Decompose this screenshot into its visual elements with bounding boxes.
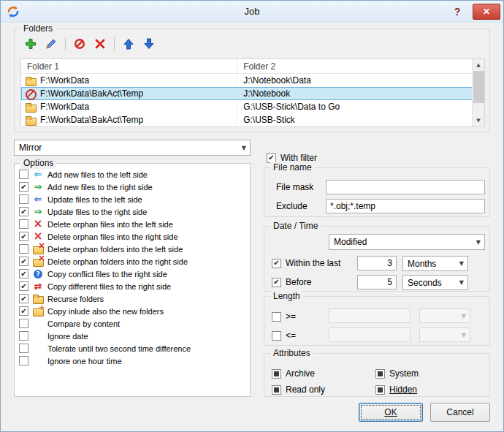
option-row[interactable]: Update files to the left side — [16, 193, 248, 205]
before-checkbox[interactable]: Before — [272, 276, 311, 289]
table-row[interactable]: F:\WorkData G:\USB-Stick\Data to Go — [21, 100, 484, 113]
tri-state-checkbox[interactable] — [272, 369, 281, 379]
option-checkbox[interactable] — [19, 244, 28, 254]
length-le-checkbox[interactable]: <= — [272, 329, 296, 342]
option-checkbox[interactable] — [19, 194, 28, 204]
edit-icon — [45, 38, 57, 50]
cancel-button[interactable]: Cancel — [430, 403, 490, 422]
table-row[interactable]: F:\WorkData\BakAct\Temp G:\USB-Stick — [21, 113, 484, 126]
folder-icon — [25, 75, 37, 86]
option-row[interactable]: Add new files to the left side — [16, 168, 248, 181]
close-icon[interactable]: ✕ — [473, 4, 500, 20]
option-row[interactable]: Copy conflict files to the right side — [16, 268, 248, 280]
before-unit-value: Seconds — [408, 278, 442, 288]
toolbar-separator — [65, 37, 66, 50]
attribute-hidden-checkbox[interactable]: Hidden — [375, 383, 417, 396]
date-type-select[interactable]: Modified — [329, 234, 485, 250]
edit-folder-pair-button[interactable] — [42, 36, 60, 52]
length-ge-value-input[interactable] — [329, 308, 411, 323]
ok-button[interactable]: OK — [359, 403, 423, 422]
option-row[interactable]: Recurse folders — [16, 292, 248, 305]
option-row[interactable]: Ignore one hour time — [16, 355, 248, 367]
option-icon — [32, 318, 44, 329]
option-row[interactable]: Ignore date — [16, 330, 248, 342]
checkbox[interactable] — [272, 312, 281, 322]
table-row[interactable]: F:\WorkData J:\Notebook\Data — [21, 74, 484, 87]
before-unit-select[interactable]: Seconds — [402, 275, 468, 290]
table-header[interactable]: Folder 1 Folder 2 — [21, 59, 484, 74]
option-row[interactable]: Add new files to the right side — [16, 181, 248, 193]
option-checkbox[interactable] — [19, 306, 28, 316]
within-last-label: Within the last — [286, 258, 340, 268]
help-icon[interactable]: ? — [449, 4, 465, 19]
length-le-value-input[interactable] — [329, 327, 411, 342]
option-icon — [32, 206, 44, 217]
delete-folder-pair-button[interactable] — [91, 36, 109, 52]
option-checkbox[interactable] — [19, 319, 28, 328]
checkbox[interactable] — [272, 331, 281, 341]
option-checkbox[interactable] — [19, 232, 28, 241]
scrollbar-thumb[interactable] — [473, 71, 484, 103]
length-ge-checkbox[interactable]: >= — [272, 310, 296, 323]
option-row[interactable]: Update files to the right side — [16, 205, 248, 218]
option-checkbox[interactable] — [19, 344, 28, 353]
column-header-folder2[interactable]: Folder 2 — [237, 59, 472, 73]
vertical-scrollbar[interactable] — [472, 59, 484, 126]
exclude-input[interactable] — [326, 199, 485, 213]
length-ge-unit-select[interactable] — [419, 308, 470, 323]
sync-mode-select[interactable]: Mirror — [14, 140, 251, 156]
tri-state-checkbox[interactable] — [375, 385, 385, 395]
titlebar[interactable]: Job ? ✕ — [1, 1, 503, 23]
option-checkbox[interactable] — [19, 281, 28, 291]
checkbox[interactable] — [272, 278, 281, 287]
option-row[interactable]: Delete orphan files into the right side — [16, 230, 248, 243]
option-checkbox[interactable] — [19, 257, 28, 266]
option-checkbox[interactable] — [19, 207, 28, 216]
option-checkbox[interactable] — [19, 331, 28, 341]
tri-state-checkbox[interactable] — [272, 385, 281, 395]
option-label: Update files to the right side — [47, 208, 147, 216]
scroll-up-icon[interactable] — [473, 59, 484, 71]
length-le-unit-select[interactable] — [419, 327, 470, 342]
move-up-button[interactable] — [120, 36, 137, 52]
option-row[interactable]: Tolerate until two second time differenc… — [16, 342, 248, 355]
checkbox[interactable] — [272, 259, 281, 268]
option-row[interactable]: Delete orphan folders into the right sid… — [16, 255, 248, 268]
move-down-button[interactable] — [140, 36, 158, 52]
option-checkbox[interactable] — [19, 170, 28, 179]
tri-state-checkbox[interactable] — [375, 369, 385, 379]
attribute-readonly-checkbox[interactable]: Read only — [272, 383, 325, 396]
option-row[interactable]: Compare by content — [16, 317, 248, 330]
option-icon — [32, 169, 44, 180]
option-checkbox[interactable] — [19, 269, 28, 278]
option-checkbox[interactable] — [19, 294, 28, 303]
chevron-down-icon — [459, 279, 467, 286]
file-mask-input[interactable] — [326, 180, 485, 194]
option-row[interactable]: Copy different files to the right side — [16, 280, 248, 292]
column-header-folder1[interactable]: Folder 1 — [21, 59, 237, 73]
option-icon — [32, 355, 44, 366]
option-row[interactable]: Delete orphan folders into the left side — [16, 243, 248, 255]
add-folder-pair-button[interactable] — [22, 36, 39, 52]
scroll-down-icon[interactable] — [473, 115, 484, 126]
disable-folder-pair-button[interactable] — [71, 36, 88, 52]
option-row[interactable]: Copy inlude also the new folders — [16, 305, 248, 317]
option-label: Tolerate until two second time differenc… — [47, 344, 191, 353]
attribute-archive-checkbox[interactable]: Archive — [272, 367, 315, 380]
chevron-down-icon — [462, 332, 470, 338]
within-last-unit-select[interactable]: Months — [402, 256, 468, 271]
before-value-input[interactable] — [357, 275, 397, 289]
within-last-checkbox[interactable]: Within the last — [272, 257, 340, 270]
option-row[interactable]: Delete orphan files into the left side — [16, 218, 248, 230]
folder1-path: F:\WorkData — [40, 102, 89, 112]
option-checkbox[interactable] — [19, 356, 28, 365]
length-group-label: Length — [270, 291, 303, 302]
within-last-value-input[interactable] — [357, 256, 397, 270]
folder1-path: F:\WorkData\BakAct\Temp — [40, 115, 143, 125]
option-checkbox[interactable] — [19, 182, 28, 192]
table-row[interactable]: F:\WorkData\BakAct\Temp J:\Notebook — [21, 87, 484, 100]
checkbox[interactable] — [267, 154, 276, 163]
attribute-system-checkbox[interactable]: System — [375, 367, 419, 380]
option-checkbox[interactable] — [19, 219, 28, 229]
attribute-hidden-label: Hidden — [389, 384, 417, 395]
